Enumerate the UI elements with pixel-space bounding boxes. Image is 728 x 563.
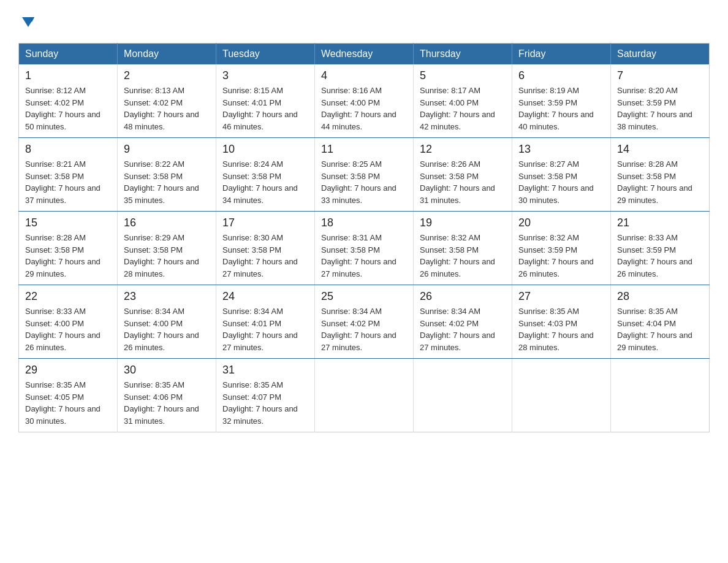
calendar-cell: 15 Sunrise: 8:28 AMSunset: 3:58 PMDaylig… [19, 212, 118, 285]
day-info: Sunrise: 8:21 AMSunset: 3:58 PMDaylight:… [25, 158, 111, 206]
day-info: Sunrise: 8:13 AMSunset: 4:02 PMDaylight:… [124, 85, 210, 132]
calendar-week-row: 22 Sunrise: 8:33 AMSunset: 4:00 PMDaylig… [19, 285, 710, 359]
day-info: Sunrise: 8:26 AMSunset: 3:58 PMDaylight:… [420, 158, 506, 206]
calendar-cell: 1 Sunrise: 8:12 AMSunset: 4:02 PMDayligh… [19, 64, 118, 138]
calendar-cell: 21 Sunrise: 8:33 AMSunset: 3:59 PMDaylig… [611, 212, 710, 285]
day-number: 12 [420, 143, 506, 156]
page-header [18, 12, 710, 31]
day-info: Sunrise: 8:33 AMSunset: 4:00 PMDaylight:… [25, 305, 111, 353]
day-number: 1 [25, 69, 111, 82]
calendar-cell: 2 Sunrise: 8:13 AMSunset: 4:02 PMDayligh… [118, 64, 216, 138]
calendar-cell: 10 Sunrise: 8:24 AMSunset: 3:58 PMDaylig… [216, 138, 315, 212]
day-number: 21 [617, 216, 703, 229]
column-header-sunday: Sunday [19, 44, 118, 65]
day-info: Sunrise: 8:35 AMSunset: 4:03 PMDaylight:… [518, 305, 604, 353]
calendar-cell: 27 Sunrise: 8:35 AMSunset: 4:03 PMDaylig… [512, 285, 611, 359]
calendar-week-row: 15 Sunrise: 8:28 AMSunset: 3:58 PMDaylig… [19, 212, 710, 285]
calendar-cell: 28 Sunrise: 8:35 AMSunset: 4:04 PMDaylig… [611, 285, 710, 359]
day-number: 31 [222, 364, 308, 377]
day-number: 23 [124, 290, 210, 303]
day-info: Sunrise: 8:12 AMSunset: 4:02 PMDaylight:… [25, 85, 111, 132]
calendar-cell: 31 Sunrise: 8:35 AMSunset: 4:07 PMDaylig… [216, 359, 315, 432]
calendar-cell: 9 Sunrise: 8:22 AMSunset: 3:58 PMDayligh… [118, 138, 216, 212]
calendar-cell: 6 Sunrise: 8:19 AMSunset: 3:59 PMDayligh… [512, 64, 611, 138]
day-number: 9 [124, 143, 210, 156]
day-info: Sunrise: 8:20 AMSunset: 3:59 PMDaylight:… [617, 85, 703, 132]
calendar-cell: 7 Sunrise: 8:20 AMSunset: 3:59 PMDayligh… [611, 64, 710, 138]
column-header-thursday: Thursday [414, 44, 512, 65]
day-info: Sunrise: 8:27 AMSunset: 3:58 PMDaylight:… [518, 158, 604, 206]
day-number: 19 [420, 216, 506, 229]
day-number: 29 [25, 364, 111, 377]
day-number: 26 [420, 290, 506, 303]
day-info: Sunrise: 8:25 AMSunset: 3:58 PMDaylight:… [321, 158, 407, 206]
logo [18, 12, 37, 31]
day-number: 20 [518, 216, 604, 229]
calendar-cell: 5 Sunrise: 8:17 AMSunset: 4:00 PMDayligh… [414, 64, 512, 138]
calendar-cell: 24 Sunrise: 8:34 AMSunset: 4:01 PMDaylig… [216, 285, 315, 359]
day-info: Sunrise: 8:32 AMSunset: 3:58 PMDaylight:… [420, 232, 506, 280]
day-number: 18 [321, 216, 407, 229]
calendar-cell: 22 Sunrise: 8:33 AMSunset: 4:00 PMDaylig… [19, 285, 118, 359]
calendar-week-row: 1 Sunrise: 8:12 AMSunset: 4:02 PMDayligh… [19, 64, 710, 138]
day-number: 16 [124, 216, 210, 229]
calendar-cell: 18 Sunrise: 8:31 AMSunset: 3:58 PMDaylig… [315, 212, 414, 285]
calendar-cell: 12 Sunrise: 8:26 AMSunset: 3:58 PMDaylig… [414, 138, 512, 212]
calendar-cell: 17 Sunrise: 8:30 AMSunset: 3:58 PMDaylig… [216, 212, 315, 285]
logo-triangle-icon [20, 13, 37, 31]
day-info: Sunrise: 8:31 AMSunset: 3:58 PMDaylight:… [321, 232, 407, 280]
day-number: 28 [617, 290, 703, 303]
calendar-table: SundayMondayTuesdayWednesdayThursdayFrid… [18, 43, 710, 432]
calendar-week-row: 8 Sunrise: 8:21 AMSunset: 3:58 PMDayligh… [19, 138, 710, 212]
calendar-cell: 30 Sunrise: 8:35 AMSunset: 4:06 PMDaylig… [118, 359, 216, 432]
day-info: Sunrise: 8:32 AMSunset: 3:59 PMDaylight:… [518, 232, 604, 280]
day-info: Sunrise: 8:34 AMSunset: 4:00 PMDaylight:… [124, 305, 210, 353]
day-number: 6 [518, 69, 604, 82]
calendar-cell: 4 Sunrise: 8:16 AMSunset: 4:00 PMDayligh… [315, 64, 414, 138]
day-number: 11 [321, 143, 407, 156]
day-info: Sunrise: 8:19 AMSunset: 3:59 PMDaylight:… [518, 85, 604, 132]
calendar-cell: 11 Sunrise: 8:25 AMSunset: 3:58 PMDaylig… [315, 138, 414, 212]
day-info: Sunrise: 8:28 AMSunset: 3:58 PMDaylight:… [25, 232, 111, 280]
column-header-wednesday: Wednesday [315, 44, 414, 65]
day-number: 5 [420, 69, 506, 82]
calendar-cell: 16 Sunrise: 8:29 AMSunset: 3:58 PMDaylig… [118, 212, 216, 285]
calendar-week-row: 29 Sunrise: 8:35 AMSunset: 4:05 PMDaylig… [19, 359, 710, 432]
day-number: 8 [25, 143, 111, 156]
day-number: 4 [321, 69, 407, 82]
day-info: Sunrise: 8:34 AMSunset: 4:02 PMDaylight:… [321, 305, 407, 353]
day-number: 27 [518, 290, 604, 303]
day-info: Sunrise: 8:35 AMSunset: 4:04 PMDaylight:… [617, 305, 703, 353]
column-header-saturday: Saturday [611, 44, 710, 65]
day-info: Sunrise: 8:17 AMSunset: 4:00 PMDaylight:… [420, 85, 506, 132]
calendar-cell: 19 Sunrise: 8:32 AMSunset: 3:58 PMDaylig… [414, 212, 512, 285]
calendar-cell: 23 Sunrise: 8:34 AMSunset: 4:00 PMDaylig… [118, 285, 216, 359]
calendar-cell [414, 359, 512, 432]
column-header-monday: Monday [118, 44, 216, 65]
calendar-header-row: SundayMondayTuesdayWednesdayThursdayFrid… [19, 44, 710, 65]
day-info: Sunrise: 8:30 AMSunset: 3:58 PMDaylight:… [222, 232, 308, 280]
day-number: 7 [617, 69, 703, 82]
day-number: 2 [124, 69, 210, 82]
day-info: Sunrise: 8:33 AMSunset: 3:59 PMDaylight:… [617, 232, 703, 280]
column-header-friday: Friday [512, 44, 611, 65]
calendar-cell [611, 359, 710, 432]
calendar-cell [315, 359, 414, 432]
day-info: Sunrise: 8:24 AMSunset: 3:58 PMDaylight:… [222, 158, 308, 206]
calendar-cell: 14 Sunrise: 8:28 AMSunset: 3:58 PMDaylig… [611, 138, 710, 212]
day-number: 15 [25, 216, 111, 229]
day-info: Sunrise: 8:28 AMSunset: 3:58 PMDaylight:… [617, 158, 703, 206]
day-number: 30 [124, 364, 210, 377]
day-number: 14 [617, 143, 703, 156]
day-number: 22 [25, 290, 111, 303]
day-number: 3 [222, 69, 308, 82]
column-header-tuesday: Tuesday [216, 44, 315, 65]
calendar-cell: 25 Sunrise: 8:34 AMSunset: 4:02 PMDaylig… [315, 285, 414, 359]
day-info: Sunrise: 8:15 AMSunset: 4:01 PMDaylight:… [222, 85, 308, 132]
day-info: Sunrise: 8:35 AMSunset: 4:07 PMDaylight:… [222, 379, 308, 427]
calendar-cell: 20 Sunrise: 8:32 AMSunset: 3:59 PMDaylig… [512, 212, 611, 285]
day-info: Sunrise: 8:22 AMSunset: 3:58 PMDaylight:… [124, 158, 210, 206]
calendar-cell: 29 Sunrise: 8:35 AMSunset: 4:05 PMDaylig… [19, 359, 118, 432]
day-number: 17 [222, 216, 308, 229]
day-number: 13 [518, 143, 604, 156]
